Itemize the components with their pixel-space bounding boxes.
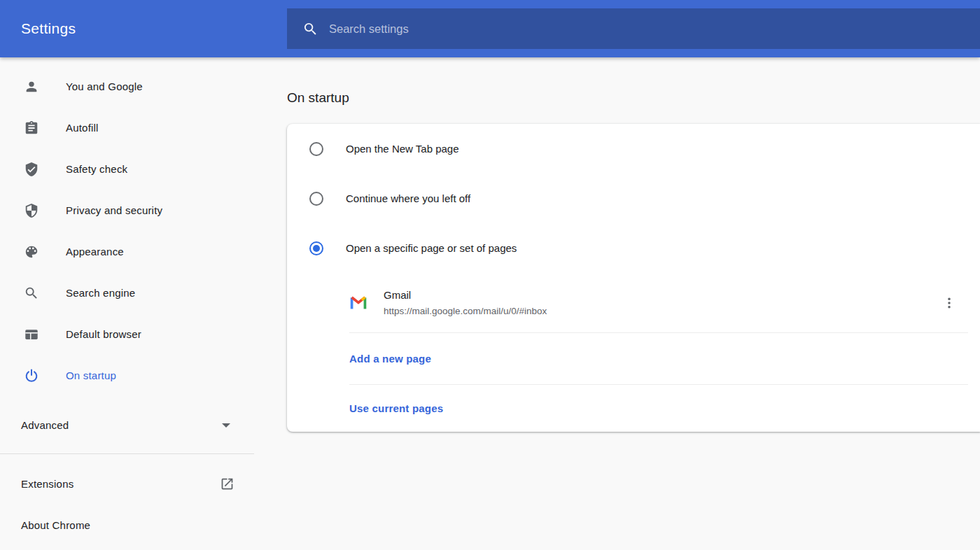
startup-page-title: Gmail	[384, 289, 547, 301]
sidebar-item-autofill[interactable]: Autofill	[0, 107, 254, 148]
sidebar-item-on-startup[interactable]: On startup	[0, 355, 254, 396]
sidebar-item-label: Appearance	[66, 246, 124, 258]
sidebar-item-you-and-google[interactable]: You and Google	[0, 66, 254, 107]
search-bar[interactable]	[287, 8, 980, 49]
browser-window-icon	[23, 327, 40, 342]
sidebar-item-default-browser[interactable]: Default browser	[0, 313, 254, 355]
sidebar-item-label: Privacy and security	[66, 204, 162, 216]
sidebar-item-label: Default browser	[66, 328, 141, 340]
sidebar-item-about-chrome[interactable]: About Chrome	[0, 505, 254, 546]
use-current-pages-link[interactable]: Use current pages	[287, 385, 980, 432]
sidebar-item-safety-check[interactable]: Safety check	[0, 148, 254, 190]
option-continue-where-left-off[interactable]: Continue where you left off	[287, 174, 980, 223]
radio-button[interactable]	[309, 192, 323, 206]
shield-check-icon	[23, 162, 40, 177]
startup-page-url: https://mail.google.com/mail/u/0/#inbox	[384, 306, 547, 316]
startup-page-row: Gmail https://mail.google.com/mail/u/0/#…	[287, 273, 980, 332]
add-new-page-link[interactable]: Add a new page	[287, 333, 980, 384]
gmail-icon	[349, 294, 368, 312]
sidebar-item-advanced[interactable]: Advanced	[0, 404, 254, 446]
on-startup-card: Open the New Tab page Continue where you…	[287, 124, 980, 432]
search-icon	[302, 21, 318, 37]
search-input[interactable]	[329, 22, 980, 36]
person-icon	[23, 79, 40, 94]
option-open-specific-pages[interactable]: Open a specific page or set of pages	[287, 223, 980, 273]
main-content: On startup Open the New Tab page Continu…	[254, 57, 980, 550]
more-actions-button[interactable]	[941, 295, 957, 311]
sidebar-item-label: Safety check	[66, 163, 127, 175]
search-icon	[23, 285, 40, 301]
sidebar-item-label: You and Google	[66, 80, 143, 92]
sidebar-item-label: Autofill	[66, 122, 99, 134]
clipboard-icon	[23, 120, 40, 136]
radio-button[interactable]	[309, 142, 323, 156]
sidebar-item-extensions[interactable]: Extensions	[0, 463, 254, 505]
sidebar-item-appearance[interactable]: Appearance	[0, 231, 254, 272]
section-title: On startup	[287, 90, 349, 106]
radio-button-selected[interactable]	[309, 241, 323, 255]
sidebar-item-search-engine[interactable]: Search engine	[0, 272, 254, 313]
kebab-menu-icon	[942, 296, 956, 310]
power-icon	[23, 368, 40, 383]
palette-icon	[23, 244, 40, 260]
sidebar-item-label: Search engine	[66, 287, 135, 299]
chevron-down-icon	[222, 423, 230, 428]
settings-header: Settings	[0, 0, 980, 57]
security-shield-icon	[23, 203, 40, 218]
option-open-new-tab[interactable]: Open the New Tab page	[287, 124, 980, 174]
settings-sidebar: You and Google Autofill Safety check	[0, 57, 254, 550]
sidebar-divider	[0, 453, 254, 454]
page-title: Settings	[21, 20, 76, 37]
sidebar-item-label: On startup	[66, 369, 116, 381]
sidebar-item-privacy-security[interactable]: Privacy and security	[0, 190, 254, 231]
open-in-new-icon	[220, 477, 234, 491]
